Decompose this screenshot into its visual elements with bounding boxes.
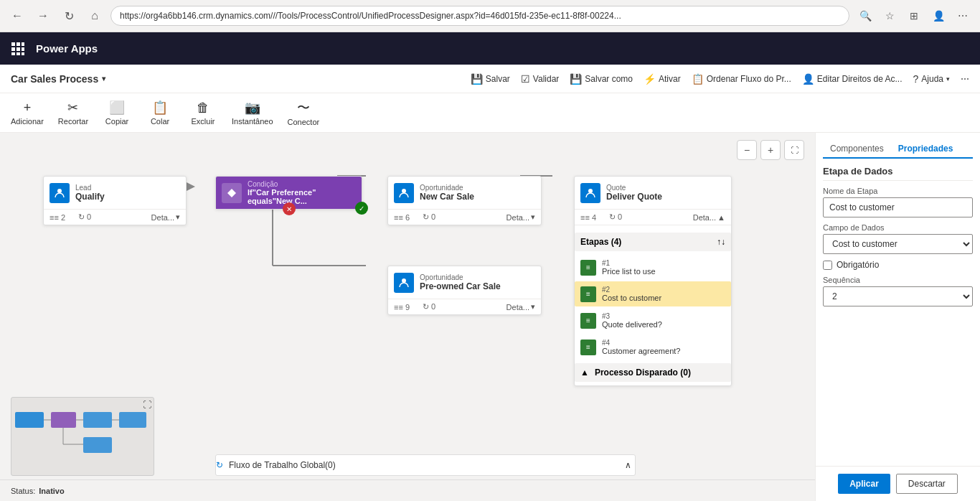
snapshot-toolbar-button[interactable]: 📷 Instantâneo (232, 100, 273, 126)
svg-point-16 (402, 189, 406, 193)
svg-rect-6 (11, 52, 15, 55)
opportunity-new-detail-button[interactable]: Deta... ▾ (507, 212, 535, 222)
svg-rect-7 (17, 52, 20, 55)
copy-icon: ⬜ (109, 100, 125, 116)
discard-button[interactable]: Descartar (896, 474, 958, 494)
minimap-expand-button[interactable]: ⛶ (143, 400, 151, 410)
snapshot-icon: 📷 (245, 100, 260, 116)
tab-components[interactable]: Componentes (823, 140, 891, 157)
lead-qualify-title: Lead Qualify (75, 184, 180, 202)
condition-title: Condição If"Car Preference" equals"New C… (248, 180, 356, 205)
step-4-item[interactable]: ≡ #4 Customer agreement? (575, 334, 731, 360)
step-3-icon: ≡ (580, 313, 596, 329)
save-as-action-button[interactable]: 💾 Salvar como (570, 73, 633, 85)
add-toolbar-button[interactable]: + Adicionar (11, 100, 44, 126)
browser-favorites-button[interactable]: ⊞ (904, 6, 924, 26)
lead-qualify-header: Lead Qualify (44, 177, 186, 209)
paste-toolbar-button[interactable]: 📋 Colar (146, 100, 174, 126)
nome-etapa-input[interactable] (823, 197, 973, 217)
help-icon: ? (913, 73, 919, 85)
activate-action-button[interactable]: ⚡ Ativar (644, 73, 681, 85)
process-triggered[interactable]: ▲ Processo Disparado (0) (575, 363, 731, 382)
opportunity-preowned-node[interactable]: Oportunidade Pre-owned Car Sale ≡≡ 9 ↻ 0… (387, 266, 542, 315)
opportunity-preowned-icon (394, 273, 414, 293)
condition-false-badge: ✕ (283, 202, 296, 215)
step-1-item[interactable]: ≡ #1 Price list to use (575, 255, 731, 280)
delete-toolbar-button[interactable]: 🗑 Excluir (189, 100, 217, 126)
apply-button[interactable]: Aplicar (838, 474, 890, 494)
campo-dados-select[interactable]: Cost to customer (823, 234, 973, 254)
browser-more-button[interactable]: ⋯ (953, 6, 973, 26)
lead-qualify-footer: ≡≡ 2 ↻ 0 Deta... ▾ (44, 209, 186, 225)
condition-node[interactable]: Condição If"Car Preference" equals"New C… (215, 176, 362, 210)
save-as-icon: 💾 (570, 73, 582, 85)
step-4-text: #4 Customer agreement? (602, 339, 680, 355)
canvas[interactable]: − + ⛶ (0, 133, 815, 501)
help-chevron-icon: ▾ (946, 75, 950, 83)
quote-steps-panel: Etapas (4) ↑↓ ≡ #1 Price list to use ≡ (575, 225, 731, 385)
step-1-text: #1 Price list to use (602, 259, 656, 276)
svg-point-14 (57, 189, 62, 193)
save-icon: 💾 (471, 73, 483, 85)
svg-rect-0 (11, 42, 15, 46)
lead-qualify-node[interactable]: Lead Qualify ≡≡ 2 ↻ 0 Deta... ▾ (43, 176, 187, 225)
opportunity-new-header: Oportunidade New Car Sale (388, 177, 541, 209)
cut-toolbar-button[interactable]: ✂ Recortar (58, 100, 88, 126)
step-3-item[interactable]: ≡ #3 Quote delivered? (575, 308, 731, 333)
validate-icon: ☑ (521, 73, 530, 85)
svg-marker-15 (227, 189, 236, 197)
connector-icon: 〜 (297, 99, 310, 116)
panel-section-title: Etapa de Dados (823, 166, 973, 181)
browser-star-button[interactable]: ☆ (880, 6, 900, 26)
toolbar: + Adicionar ✂ Recortar ⬜ Copiar 📋 Colar … (0, 93, 980, 133)
browser-profile-button[interactable]: 👤 (928, 6, 948, 26)
main-area: − + ⛶ (0, 133, 980, 501)
panel-tabs: Componentes Propriedades (823, 140, 973, 159)
lead-qualify-detail-button[interactable]: Deta... ▾ (151, 212, 180, 222)
opportunity-preowned-detail-button[interactable]: Deta... ▾ (507, 302, 535, 312)
add-icon: + (24, 100, 32, 116)
opportunity-new-node[interactable]: Oportunidade New Car Sale ≡≡ 6 ↻ 0 Deta.… (387, 176, 542, 225)
process-actions: 💾 Salvar ☑ Validar 💾 Salvar como ⚡ Ativa… (471, 73, 969, 85)
nav-refresh-button[interactable]: ↻ (59, 6, 79, 26)
svg-rect-23 (83, 437, 112, 453)
global-workflow-bar[interactable]: ↻ Fluxo de Trabalho Global(0) ∧ (215, 454, 636, 476)
save-action-button[interactable]: 💾 Salvar (471, 73, 510, 85)
connector-toolbar-button[interactable]: 〜 Conector (288, 99, 320, 126)
svg-rect-2 (22, 42, 24, 46)
obrigatorio-row: Obrigatório (823, 260, 973, 270)
nav-back-button[interactable]: ← (7, 6, 27, 26)
cut-icon: ✂ (67, 100, 78, 116)
sort-icon[interactable]: ↑↓ (717, 237, 725, 247)
right-panel: Componentes Propriedades Etapa de Dados … (815, 133, 980, 501)
nome-etapa-label: Nome da Etapa (823, 187, 973, 195)
status-value: Inativo (39, 487, 64, 495)
chevron-down-icon: ▾ (102, 75, 105, 83)
copy-toolbar-button[interactable]: ⬜ Copiar (103, 100, 131, 126)
sequencia-select[interactable]: 2 (823, 286, 973, 306)
quote-header: Quote Deliver Quote (575, 177, 731, 209)
nav-forward-button[interactable]: → (33, 6, 53, 26)
quote-node[interactable]: Quote Deliver Quote ≡≡ 4 ↻ 0 Deta... ▲ E… (574, 176, 732, 386)
edit-rights-action-button[interactable]: 👤 Editar Direitos de Ac... (802, 73, 903, 85)
address-bar[interactable] (110, 6, 849, 26)
app-header: Power Apps (0, 32, 980, 65)
help-action-button[interactable]: ? Ajuda ▾ (913, 73, 951, 85)
quote-detail-button[interactable]: Deta... ▲ (693, 213, 725, 222)
campo-dados-label: Campo de Dados (823, 223, 973, 232)
tab-properties[interactable]: Propriedades (891, 140, 961, 159)
minimap[interactable]: ⛶ (11, 397, 154, 476)
order-flow-action-button[interactable]: 📋 Ordenar Fluxo do Pr... (692, 73, 791, 85)
opportunity-preowned-header: Oportunidade Pre-owned Car Sale (388, 266, 541, 299)
validate-action-button[interactable]: ☑ Validar (521, 73, 559, 85)
process-name[interactable]: Car Sales Process ▾ (11, 73, 105, 85)
nav-home-button[interactable]: ⌂ (85, 6, 105, 26)
waffle-button[interactable] (7, 38, 29, 60)
global-workflow-expand-icon[interactable]: ∧ (625, 460, 631, 470)
more-action-button[interactable]: ⋯ (961, 74, 969, 84)
app-name-label: Power Apps (36, 42, 98, 55)
browser-zoom-button[interactable]: 🔍 (855, 6, 875, 26)
steps-header[interactable]: Etapas (4) ↑↓ (575, 233, 731, 251)
obrigatorio-checkbox[interactable] (823, 261, 832, 270)
step-2-item[interactable]: ≡ #2 Cost to customer (575, 281, 731, 306)
